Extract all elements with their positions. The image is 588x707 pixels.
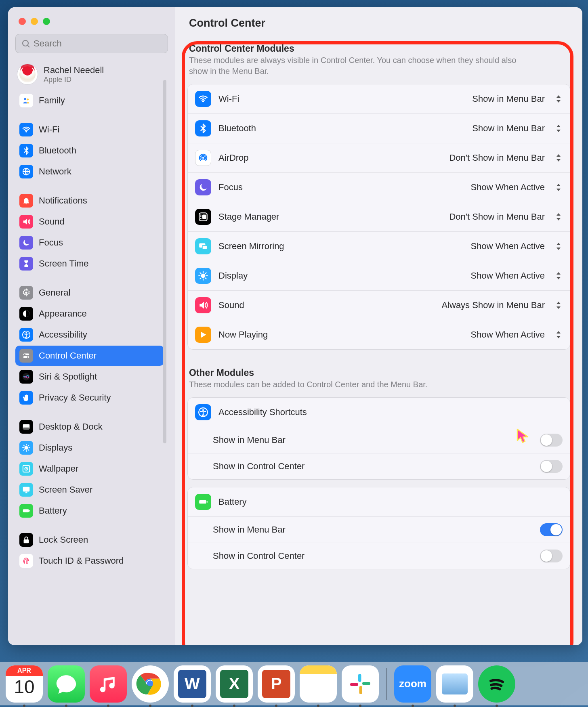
account-row[interactable]: Rachel Needell Apple ID bbox=[17, 64, 166, 85]
sidebar-item-notifications[interactable]: Notifications bbox=[15, 191, 164, 211]
toggle-switch[interactable] bbox=[540, 434, 563, 447]
dock-word[interactable]: W bbox=[174, 665, 211, 703]
modules-desc: These modules are always visible in Cont… bbox=[189, 55, 520, 77]
dock-preview[interactable] bbox=[436, 665, 473, 703]
sidebar-item-displays[interactable]: Displays bbox=[15, 438, 164, 458]
sidebar-item-control-center[interactable]: Control Center bbox=[15, 346, 164, 366]
sidebar-item-label: Control Center bbox=[39, 350, 97, 361]
module-dropdown[interactable] bbox=[554, 183, 563, 192]
accessibility-icon bbox=[195, 404, 211, 420]
toggle-row-show-in-menu-bar: Show in Menu Bar bbox=[188, 517, 570, 543]
sidebar-item-label: Siri & Spotlight bbox=[39, 371, 97, 382]
module-dropdown[interactable] bbox=[554, 300, 563, 310]
module-row-screen-mirroring: Screen Mirroring Show When Active bbox=[188, 232, 570, 261]
hand-icon bbox=[19, 391, 33, 405]
toggle-row-show-in-menu-bar: Show in Menu Bar bbox=[188, 427, 570, 453]
other-group-accessibility: Accessibility ShortcutsShow in Menu Bar … bbox=[187, 397, 570, 480]
sidebar-item-label: Battery bbox=[39, 506, 67, 516]
wifi-icon bbox=[195, 91, 211, 107]
bell-icon bbox=[19, 194, 33, 208]
sidebar-item-family[interactable]: Family bbox=[15, 90, 164, 111]
sidebar-item-siri-spotlight[interactable]: Siri & Spotlight bbox=[15, 367, 164, 387]
search-icon bbox=[21, 39, 29, 48]
module-value: Show When Active bbox=[471, 241, 545, 252]
module-value: Show When Active bbox=[471, 271, 545, 281]
dock-music[interactable] bbox=[90, 665, 127, 703]
dock-zoom[interactable]: zoom bbox=[394, 665, 431, 703]
search-input[interactable] bbox=[34, 38, 162, 49]
sidebar-item-desktop-dock[interactable]: Desktop & Dock bbox=[15, 417, 164, 437]
module-dropdown[interactable] bbox=[554, 241, 563, 251]
module-row-sound: Sound Always Show in Menu Bar bbox=[188, 291, 570, 320]
sidebar-item-appearance[interactable]: Appearance bbox=[15, 304, 164, 324]
sidebar-item-network[interactable]: Network bbox=[15, 162, 164, 182]
module-dropdown[interactable] bbox=[554, 330, 563, 340]
family-icon bbox=[19, 94, 33, 107]
updown-icon bbox=[554, 212, 563, 222]
toggle-label: Show in Menu Bar bbox=[213, 435, 533, 445]
sidebar-item-accessibility[interactable]: Accessibility bbox=[15, 325, 164, 345]
module-dropdown[interactable] bbox=[554, 271, 563, 281]
wallpaper-icon bbox=[19, 462, 33, 476]
zoom-window-button[interactable] bbox=[43, 18, 50, 25]
sidebar-item-lock-screen[interactable]: Lock Screen bbox=[15, 530, 164, 550]
dock-excel[interactable]: X bbox=[216, 665, 253, 703]
module-row-bluetooth: Bluetooth Show in Menu Bar bbox=[188, 114, 570, 143]
dock-chrome[interactable] bbox=[132, 665, 169, 703]
screensaver-icon bbox=[19, 483, 33, 497]
module-value: Show in Menu Bar bbox=[472, 123, 545, 134]
module-value: Don't Show in Menu Bar bbox=[449, 153, 545, 163]
module-dropdown[interactable] bbox=[554, 153, 563, 163]
toggle-row-show-in-control-center: Show in Control Center bbox=[188, 453, 570, 479]
sidebar-item-label: Wi-Fi bbox=[39, 124, 59, 135]
sidebar-scrollbar[interactable] bbox=[163, 80, 166, 443]
other-desc: These modules can be added to Control Ce… bbox=[189, 379, 520, 390]
close-window-button[interactable] bbox=[19, 18, 26, 25]
module-value: Always Show in Menu Bar bbox=[441, 300, 545, 310]
sidebar-item-label: Touch ID & Password bbox=[39, 556, 124, 566]
toggle-switch[interactable] bbox=[540, 460, 563, 473]
module-dropdown[interactable] bbox=[554, 124, 563, 133]
updown-icon bbox=[554, 124, 563, 133]
sidebar-item-label: Notifications bbox=[39, 195, 87, 206]
avatar bbox=[17, 64, 38, 85]
sidebar-item-focus[interactable]: Focus bbox=[15, 233, 164, 253]
module-label: Display bbox=[218, 271, 464, 281]
updown-icon bbox=[554, 94, 563, 104]
other-label: Battery bbox=[218, 497, 563, 507]
minimize-window-button[interactable] bbox=[31, 18, 38, 25]
sidebar-item-touch-id-password[interactable]: Touch ID & Password bbox=[15, 551, 164, 571]
dock: APR10WXPzoom bbox=[0, 662, 588, 705]
dock-spotify[interactable] bbox=[478, 665, 515, 703]
other-row-accessibility-shortcuts: Accessibility Shortcuts bbox=[188, 398, 570, 427]
sidebar-item-sound[interactable]: Sound bbox=[15, 212, 164, 232]
dock-slack[interactable] bbox=[342, 665, 379, 703]
dock-messages[interactable] bbox=[48, 665, 85, 703]
toggle-switch[interactable] bbox=[540, 523, 563, 536]
moon-icon bbox=[19, 236, 33, 250]
dock-calendar[interactable]: APR10 bbox=[6, 665, 43, 703]
sound-icon bbox=[19, 215, 33, 229]
sidebar-item-bluetooth[interactable]: Bluetooth bbox=[15, 141, 164, 161]
sidebar-item-privacy-security[interactable]: Privacy & Security bbox=[15, 388, 164, 408]
modules-panel: Wi-Fi Show in Menu Bar Bluetooth Show in… bbox=[187, 84, 570, 350]
dock-powerpoint[interactable]: P bbox=[258, 665, 295, 703]
dock-icon bbox=[19, 420, 33, 434]
module-dropdown[interactable] bbox=[554, 212, 563, 222]
gear-icon bbox=[19, 286, 33, 300]
search-field[interactable] bbox=[15, 34, 168, 53]
module-row-airdrop: AirDrop Don't Show in Menu Bar bbox=[188, 143, 570, 173]
sidebar-item-battery[interactable]: Battery bbox=[15, 501, 164, 521]
module-row-now-playing: Now Playing Show When Active bbox=[188, 320, 570, 349]
sidebar-item-wallpaper[interactable]: Wallpaper bbox=[15, 459, 164, 479]
toggle-switch[interactable] bbox=[540, 550, 563, 562]
module-value: Show When Active bbox=[471, 182, 545, 193]
module-dropdown[interactable] bbox=[554, 94, 563, 104]
module-row-display: Display Show When Active bbox=[188, 261, 570, 291]
sidebar-item-wi-fi[interactable]: Wi-Fi bbox=[15, 120, 164, 140]
sidebar-item-general[interactable]: General bbox=[15, 283, 164, 303]
toggle-label: Show in Menu Bar bbox=[213, 524, 533, 535]
sidebar-item-screen-time[interactable]: Screen Time bbox=[15, 254, 164, 274]
dock-notes[interactable] bbox=[300, 665, 337, 703]
sidebar-item-screen-saver[interactable]: Screen Saver bbox=[15, 480, 164, 500]
